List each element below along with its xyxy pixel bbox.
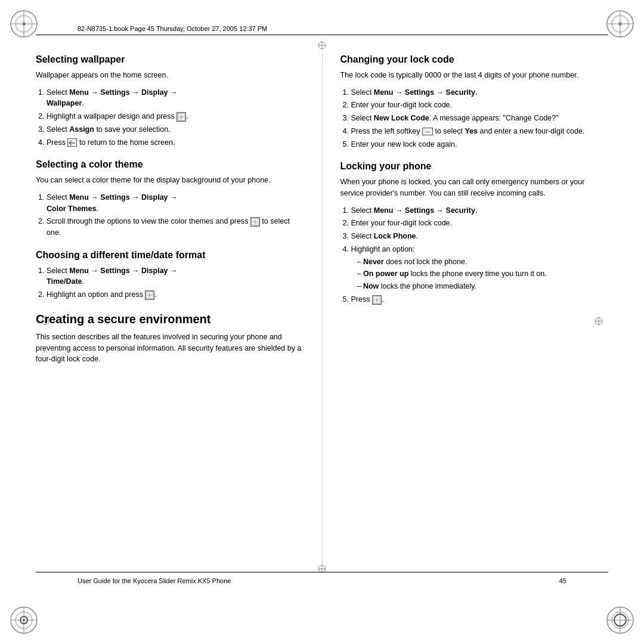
corner-mark-tl xyxy=(6,6,42,42)
step-lock-2: Enter your four-digit lock code. xyxy=(351,100,609,111)
step-wallpaper-4: Press to return to the home screen. xyxy=(47,137,304,148)
steps-color-theme: Select Menu → Settings → Display →Color … xyxy=(36,192,304,239)
lock-option-never: Never does not lock the phone. xyxy=(357,256,609,268)
content-area: Selecting wallpaper Wallpaper appears on… xyxy=(36,43,608,566)
back-icon xyxy=(67,138,77,147)
section-lock-phone: Locking your phone When your phone is lo… xyxy=(340,160,609,305)
section-title-time-date: Choosing a different time/date format xyxy=(36,249,304,262)
steps-time-date: Select Menu → Settings → Display →Time/D… xyxy=(36,265,304,301)
section-intro-lock-code: The lock code is typically 0000 or the l… xyxy=(340,70,609,81)
section-title-secure: Creating a secure environment xyxy=(36,311,304,327)
right-column: Changing your lock code The lock code is… xyxy=(340,43,609,566)
lock-option-now: Now locks the phone immediately. xyxy=(357,281,609,292)
footer-bar xyxy=(36,572,608,572)
step-lp-5: Press . xyxy=(351,294,609,305)
step-wallpaper-2: Highlight a wallpaper design and press . xyxy=(47,111,304,122)
svg-point-9 xyxy=(618,22,622,26)
steps-lock-code: Select Menu → Settings → Security. Enter… xyxy=(340,87,609,150)
steps-wallpaper: Select Menu → Settings → Display →Wallpa… xyxy=(36,87,304,148)
footer-left-text: User Guide for the Kyocera Slider Remix … xyxy=(78,577,231,584)
section-color-theme: Selecting a color theme You can select a… xyxy=(36,159,304,239)
softkey-icon: — xyxy=(422,128,433,135)
step-wallpaper-3: Select Assign to save your selection. xyxy=(47,124,304,135)
section-title-color-theme: Selecting a color theme xyxy=(36,159,304,171)
section-title-wallpaper: Selecting wallpaper xyxy=(36,54,304,66)
section-time-date: Choosing a different time/date format Se… xyxy=(36,249,304,301)
lock-option-power-up: On power up locks the phone every time y… xyxy=(357,268,609,280)
section-lock-code: Changing your lock code The lock code is… xyxy=(340,54,609,150)
left-column: Selecting wallpaper Wallpaper appears on… xyxy=(36,43,304,566)
step-lp-4: Highlight an option: Never does not lock… xyxy=(351,244,609,292)
svg-point-15 xyxy=(23,619,25,621)
page-container: 82-N8735-1.book Page 45 Thursday, Octobe… xyxy=(0,0,644,644)
svg-point-4 xyxy=(22,22,26,26)
ok-icon-4 xyxy=(372,295,382,305)
step-lp-2: Enter your four-digit lock code. xyxy=(351,218,609,229)
footer-page-number: 45 xyxy=(559,577,566,584)
step-color-1: Select Menu → Settings → Display →Color … xyxy=(47,192,304,215)
step-lock-5: Enter your new lock code again. xyxy=(351,139,609,150)
steps-lock-phone: Select Menu → Settings → Security. Enter… xyxy=(340,205,609,305)
step-wallpaper-1: Select Menu → Settings → Display →Wallpa… xyxy=(47,87,304,110)
header-bar xyxy=(36,35,608,35)
step-time-2: Highlight an option and press . xyxy=(47,289,304,301)
step-color-2: Scroll through the options to view the c… xyxy=(47,216,304,239)
corner-mark-tr xyxy=(602,6,638,42)
section-intro-wallpaper: Wallpaper appears on the home screen. xyxy=(36,70,304,81)
header-text: 82-N8735-1.book Page 45 Thursday, Octobe… xyxy=(78,25,267,32)
section-intro-color-theme: You can select a color theme for the dis… xyxy=(36,175,304,186)
section-selecting-wallpaper: Selecting wallpaper Wallpaper appears on… xyxy=(36,54,304,148)
lock-options-list: Never does not lock the phone. On power … xyxy=(351,256,609,292)
section-title-lock-code: Changing your lock code xyxy=(340,54,609,66)
step-lock-1: Select Menu → Settings → Security. xyxy=(351,87,609,98)
ok-icon-3 xyxy=(145,290,154,300)
step-lock-4: Press the left softkey — to select Yes a… xyxy=(351,126,609,137)
step-time-1: Select Menu → Settings → Display →Time/D… xyxy=(47,265,304,288)
corner-mark-bl xyxy=(6,602,42,638)
step-lock-3: Select New Lock Code. A message appears:… xyxy=(351,113,609,124)
ok-icon-2 xyxy=(250,217,260,227)
column-divider xyxy=(322,54,323,566)
step-lp-3: Select Lock Phone. xyxy=(351,231,609,242)
section-secure-environment: Creating a secure environment This secti… xyxy=(36,311,304,365)
step-lp-1: Select Menu → Settings → Security. xyxy=(351,205,609,216)
section-title-lock-phone: Locking your phone xyxy=(340,160,609,173)
section-intro-lock-phone: When your phone is locked, you can call … xyxy=(340,177,609,199)
section-intro-secure: This section describes all the features … xyxy=(36,332,304,365)
corner-mark-br xyxy=(602,602,638,638)
ok-icon xyxy=(177,112,186,122)
